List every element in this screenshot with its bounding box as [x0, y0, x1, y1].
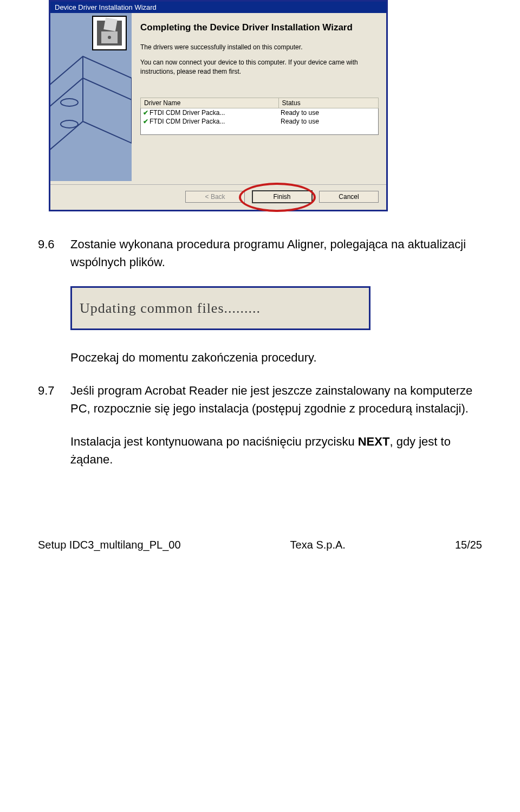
check-icon: ✔ — [143, 118, 150, 125]
svg-point-7 — [108, 36, 111, 39]
col-status: Status — [278, 98, 378, 108]
back-button[interactable]: < Back — [185, 191, 245, 203]
footer-left: Setup IDC3_multilang_PL_00 — [38, 539, 181, 551]
section-number-96: 9.6 — [38, 235, 70, 271]
section-text-97: Jeśli program Acrobat Reader nie jest je… — [70, 382, 482, 417]
driver-name-cell: FTDI CDM Driver Packa... — [150, 118, 225, 125]
wizard-heading: Completing the Device Driver Installatio… — [140, 22, 379, 33]
driver-wizard-window: Device Driver Installation Wizard — [49, 0, 388, 211]
updating-common-files-box: Updating common files......... — [70, 286, 370, 330]
driver-status-cell: Ready to use — [278, 108, 378, 117]
col-driver-name: Driver Name — [141, 98, 279, 108]
footer-right: 15/25 — [455, 539, 482, 551]
wait-text: Poczekaj do momentu zakończenia procedur… — [70, 349, 482, 366]
table-row: ✔FTDI CDM Driver Packa... Ready to use — [141, 108, 379, 117]
wizard-text-2: You can now connect your device to this … — [140, 58, 379, 75]
wizard-footer: < Back Finish Cancel — [50, 185, 386, 210]
continuation-text: Instalacja jest kontynuowana po naciśnię… — [70, 433, 482, 468]
wizard-sidebar-graphic — [50, 13, 132, 181]
section-number-97: 9.7 — [38, 382, 70, 417]
finish-button[interactable]: Finish — [252, 190, 313, 203]
check-icon: ✔ — [143, 109, 150, 117]
table-row: ✔FTDI CDM Driver Packa... Ready to use — [141, 117, 379, 126]
window-title: Device Driver Installation Wizard — [50, 2, 386, 13]
driver-table: Driver Name Status ✔FTDI CDM Driver Pack… — [140, 98, 379, 135]
driver-name-cell: FTDI CDM Driver Packa... — [150, 109, 225, 117]
wizard-text-1: The drivers were successfully installed … — [140, 43, 379, 51]
page-footer: Setup IDC3_multilang_PL_00 Texa S.p.A. 1… — [38, 539, 482, 551]
svg-rect-5 — [103, 17, 117, 31]
section-text-96: Zostanie wykonana procedura programu Ali… — [70, 235, 482, 271]
cancel-button[interactable]: Cancel — [319, 191, 379, 203]
footer-mid: Texa S.p.A. — [290, 539, 346, 551]
driver-status-cell: Ready to use — [278, 117, 378, 126]
next-keyword: NEXT — [358, 435, 390, 448]
